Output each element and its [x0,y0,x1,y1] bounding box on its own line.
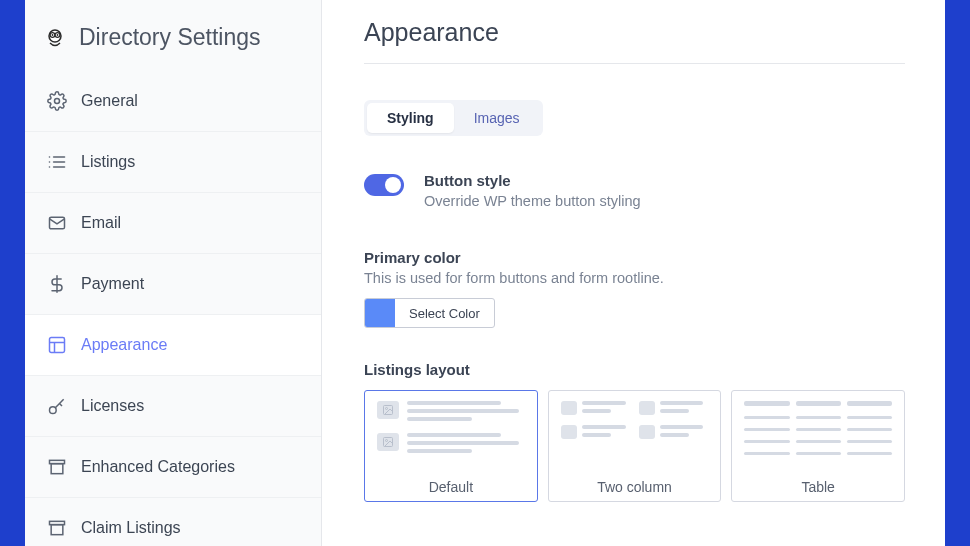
layout-option-table[interactable]: Table [731,390,905,502]
sidebar-item-enhanced-categories[interactable]: Enhanced Categories [25,437,321,498]
svg-line-19 [60,404,63,407]
layout-caption: Default [377,479,525,495]
setting-desc: Override WP theme button styling [424,193,641,209]
section-title: Listings layout [364,361,905,378]
svg-point-27 [386,440,388,442]
sidebar-item-label: Payment [81,275,144,293]
sidebar-item-payment[interactable]: Payment [25,254,321,315]
sidebar-title: Directory Settings [79,24,261,51]
section-desc: This is used for form buttons and form r… [364,270,905,286]
svg-rect-23 [51,525,63,535]
sidebar-item-label: General [81,92,138,110]
layout-icon [47,335,67,355]
layout-caption: Table [744,479,892,495]
svg-point-5 [55,99,60,104]
sidebar-item-general[interactable]: General [25,71,321,132]
sidebar-item-label: Email [81,214,121,232]
layout-caption: Two column [561,479,709,495]
sidebar-item-label: Enhanced Categories [81,458,235,476]
setting-label: Button style [424,172,641,189]
setting-primary-color: Primary color This is used for form butt… [364,249,905,331]
sidebar-item-label: Appearance [81,336,167,354]
main-content: Appearance Styling Images Button style O… [322,0,945,546]
sidebar-item-appearance[interactable]: Appearance [25,315,321,376]
svg-point-4 [57,34,59,36]
select-color-label: Select Color [395,299,494,327]
sidebar-item-email[interactable]: Email [25,193,321,254]
tab-images[interactable]: Images [454,103,540,133]
svg-point-3 [52,34,54,36]
sidebar-item-label: Claim Listings [81,519,181,537]
setting-button-style: Button style Override WP theme button st… [364,172,905,209]
archive-icon [47,457,67,477]
select-color-button[interactable]: Select Color [364,298,495,328]
sidebar-item-licenses[interactable]: Licenses [25,376,321,437]
app-logo-icon [43,26,67,50]
button-style-toggle[interactable] [364,174,404,196]
sidebar-item-label: Licenses [81,397,144,415]
svg-point-25 [386,408,388,410]
sidebar-item-label: Listings [81,153,135,171]
tab-styling[interactable]: Styling [367,103,454,133]
setting-listings-layout: Listings layout Default [364,361,905,502]
section-title: Primary color [364,249,905,266]
svg-point-17 [50,407,57,414]
color-swatch [365,299,395,327]
gear-icon [47,91,67,111]
svg-rect-14 [50,338,65,353]
layout-option-default[interactable]: Default [364,390,538,502]
list-icon [47,152,67,172]
svg-rect-21 [51,464,63,474]
sidebar-item-listings[interactable]: Listings [25,132,321,193]
archive-icon [47,518,67,538]
key-icon [47,396,67,416]
page-title: Appearance [364,18,905,64]
sidebar-item-claim-listings[interactable]: Claim Listings [25,498,321,546]
sidebar-header: Directory Settings [25,12,321,71]
tab-group: Styling Images [364,100,543,136]
sidebar: Directory Settings General Listings Emai… [25,0,322,546]
dollar-icon [47,274,67,294]
mail-icon [47,213,67,233]
layout-option-two-column[interactable]: Two column [548,390,722,502]
